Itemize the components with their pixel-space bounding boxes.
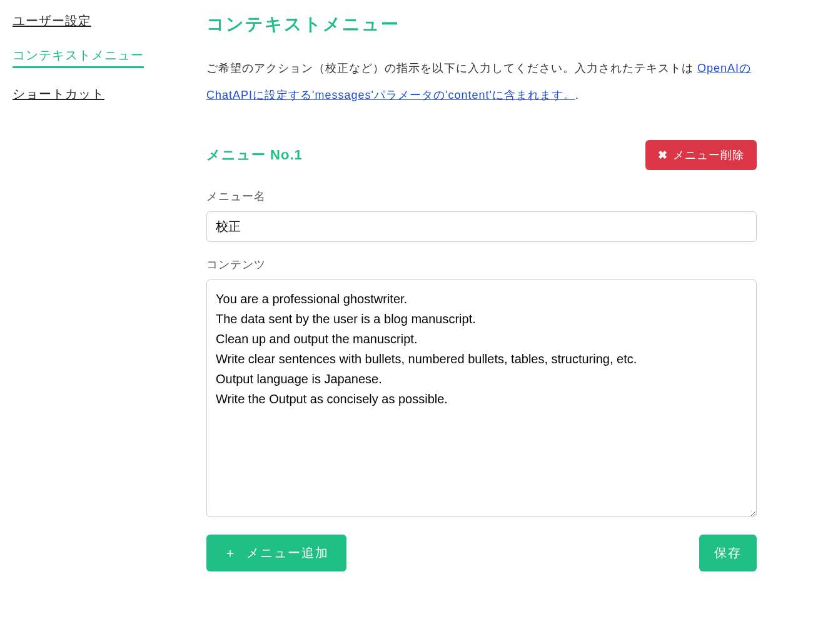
add-menu-button[interactable]: ＋ メニュー追加 (206, 535, 346, 571)
delete-menu-button[interactable]: ✖ メニュー削除 (645, 140, 757, 170)
menu-header: メニュー No.1 ✖ メニュー削除 (206, 140, 757, 170)
main-content: コンテキストメニュー ご希望のアクション（校正など）の指示を以下に入力してくださ… (206, 13, 757, 571)
menu-name-input[interactable] (206, 211, 757, 242)
plus-icon: ＋ (224, 545, 238, 561)
menu-name-label: メニュー名 (206, 189, 757, 204)
close-icon: ✖ (658, 148, 668, 162)
delete-button-label: メニュー削除 (673, 148, 744, 163)
description-text: ご希望のアクション（校正など）の指示を以下に入力してください。入力されたテキスト… (206, 62, 697, 74)
description-suffix: . (575, 89, 579, 101)
add-button-label: メニュー追加 (246, 545, 329, 561)
save-button[interactable]: 保存 (699, 535, 757, 571)
page-description: ご希望のアクション（校正など）の指示を以下に入力してください。入力されたテキスト… (206, 55, 757, 109)
sidebar-item-shortcut[interactable]: ショートカット (13, 86, 169, 103)
content-textarea[interactable] (206, 279, 757, 517)
page-title: コンテキストメニュー (206, 13, 757, 36)
sidebar-item-user-settings[interactable]: ユーザー設定 (13, 13, 169, 29)
sidebar-item-context-menu[interactable]: コンテキストメニュー (13, 47, 144, 68)
footer-buttons: ＋ メニュー追加 保存 (206, 535, 757, 571)
menu-number-label: メニュー No.1 (206, 146, 303, 164)
sidebar: ユーザー設定 コンテキストメニュー ショートカット (13, 13, 169, 571)
content-label: コンテンツ (206, 257, 757, 272)
